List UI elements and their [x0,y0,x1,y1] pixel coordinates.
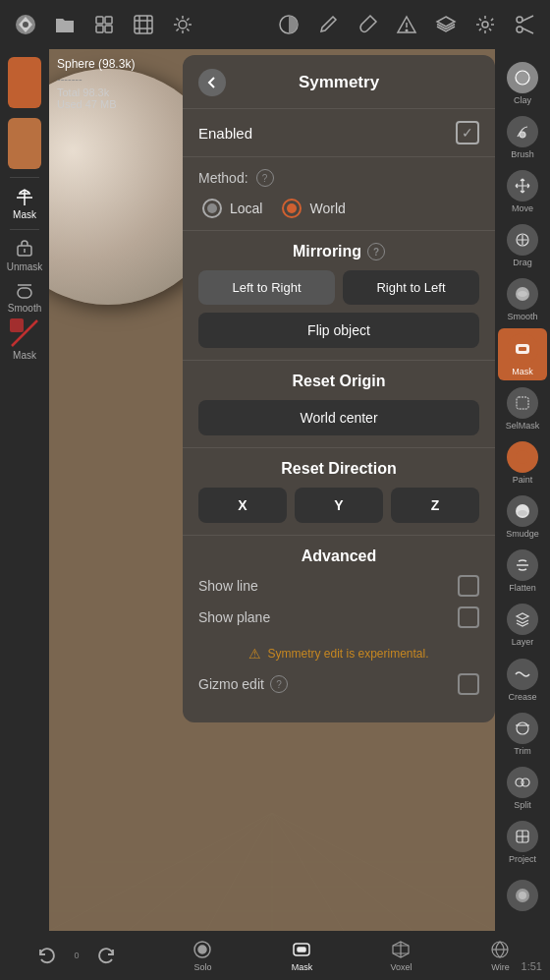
undo-count: 0 [68,947,84,964]
gizmo-edit-label: Gizmo edit [198,676,264,692]
secondary-color-swatch[interactable] [8,118,41,169]
smooth-tool[interactable]: Smooth [7,279,42,315]
right-panel: Clay Brush Move Drag [495,49,550,931]
top-toolbar [0,0,550,49]
flip-object-button[interactable]: Flip object [198,313,479,348]
mirroring-title: Mirroring ? [198,243,479,260]
reset-direction-section: Reset Direction X Y Z [183,448,495,536]
project-tool[interactable]: Project [498,817,547,869]
mask-tool-right[interactable]: Mask [498,328,547,380]
split-tool[interactable]: Split [498,762,547,814]
show-plane-label: Show plane [198,609,270,625]
object-name: Sphere (98.3k) [57,57,135,71]
svg-rect-40 [18,288,31,298]
solo-button[interactable]: Solo [184,935,221,976]
back-button[interactable] [198,69,226,96]
selmask-tool[interactable]: SelMask [498,382,547,434]
local-label: Local [230,201,262,216]
svg-point-25 [517,27,522,32]
clay-tool[interactable]: Clay [498,57,547,109]
method-row: Method: ? [198,169,479,187]
clay-icon [507,62,538,93]
extra-tool[interactable] [498,871,547,923]
svg-point-66 [198,946,206,953]
paint-tool[interactable]: Paint [498,436,547,489]
mask-tool-left[interactable]: Mask [7,320,42,356]
method-section: Method: ? Local World [183,157,495,231]
gizmo-checkbox[interactable] [458,673,479,695]
smudge-tool[interactable]: Smudge [498,491,547,544]
pen-icon[interactable] [310,7,346,42]
world-center-button[interactable]: World center [198,400,479,435]
gizmo-row: Gizmo edit ? [198,673,479,695]
svg-point-11 [179,21,187,29]
redo-button[interactable] [89,941,123,970]
mask-bottom-button[interactable]: Mask [283,935,320,976]
right-to-left-button[interactable]: Right to Left [343,270,479,305]
menu-icon[interactable] [8,7,43,42]
objects-icon[interactable] [86,7,122,42]
paint-icon-right [507,441,538,473]
enabled-row: Enabled [198,121,479,144]
world-radio[interactable]: World [282,199,345,218]
toolbar-left-icons [8,7,200,42]
x-axis-button[interactable]: X [198,488,287,523]
paint-icon[interactable] [350,7,385,42]
svg-point-59 [522,778,529,786]
move-tool[interactable]: Move [498,165,547,217]
scissors-icon[interactable] [507,7,542,42]
left-divider-1 [10,177,39,178]
material-icon[interactable] [271,7,306,42]
local-radio[interactable]: Local [202,199,262,218]
wire-button[interactable]: Wire [481,935,519,976]
mirroring-help-icon[interactable]: ? [367,243,385,260]
time-display: 1:51 [522,960,542,972]
crease-tool[interactable]: Crease [498,654,547,706]
brush-tool[interactable]: Brush [498,111,547,163]
trim-tool[interactable]: Trim [498,708,547,760]
world-radio-dot [282,199,302,218]
reset-origin-section: Reset Origin World center [183,361,495,448]
local-radio-dot [202,199,222,218]
effects-icon[interactable] [165,7,200,42]
undo-button[interactable] [30,941,64,970]
smudge-icon [507,495,538,527]
smooth-tool-right[interactable]: Smooth [498,274,547,326]
show-line-checkbox[interactable] [458,575,479,597]
enabled-checkbox[interactable] [456,121,479,144]
method-help-icon[interactable]: ? [256,169,274,187]
layer-tool[interactable]: Layer [498,600,547,652]
svg-point-24 [517,17,522,23]
panel-header: Symmetry [183,55,495,109]
grid-overlay [49,734,495,931]
layers-icon[interactable] [428,7,464,42]
show-plane-checkbox[interactable] [458,606,479,628]
advanced-section: Advanced Show line Show plane ⚠ Symmetry… [183,536,495,707]
primary-color-swatch[interactable] [8,57,41,108]
warning-triangle-icon: ⚠ [248,646,261,662]
drag-tool[interactable]: Drag [498,220,547,272]
info-divider: ------- [57,73,135,85]
svg-rect-2 [96,17,103,24]
left-to-right-button[interactable]: Left to Right [198,270,335,305]
gizmo-left: Gizmo edit ? [198,675,288,693]
show-line-label: Show line [198,578,258,594]
svg-line-32 [272,813,344,931]
svg-point-22 [406,29,408,31]
settings-icon[interactable] [468,7,503,42]
left-divider-2 [10,229,39,230]
brush-icon [507,116,538,147]
voxel-button[interactable]: Voxel [382,935,419,976]
flatten-tool[interactable]: Flatten [498,546,547,598]
gizmo-help-icon[interactable]: ? [270,675,288,693]
sym-tool[interactable]: Mask [7,186,42,221]
grid-icon[interactable] [126,7,161,42]
z-axis-button[interactable]: Z [391,488,479,523]
y-axis-button[interactable]: Y [295,488,383,523]
undo-count-label: 0 [74,951,79,960]
bottom-toolbar: 0 Solo Mask Voxel [0,931,550,980]
unmask-tool[interactable]: Unmask [7,238,42,273]
warning-icon[interactable] [389,7,424,42]
folder-icon[interactable] [47,7,82,42]
svg-line-29 [128,813,272,931]
